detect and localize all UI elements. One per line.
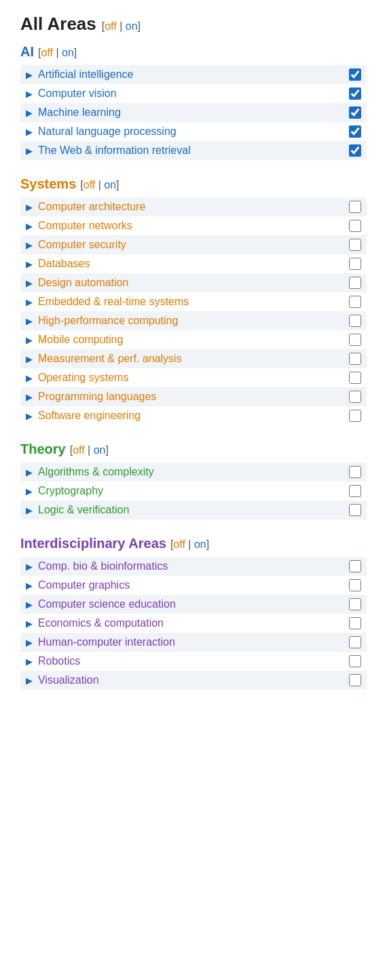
item-checkbox-theory-0[interactable]: [349, 466, 361, 478]
item-checkbox-interdisciplinary-4[interactable]: [349, 636, 361, 648]
item-checkbox-interdisciplinary-3[interactable]: [349, 617, 361, 629]
item-checkbox-ai-0[interactable]: [349, 68, 361, 81]
expand-arrow-icon[interactable]: ▶: [26, 335, 33, 345]
section-theory-off[interactable]: off: [73, 444, 85, 456]
section-interdisciplinary-on[interactable]: on: [194, 538, 206, 550]
item-label-interdisciplinary-3[interactable]: Economics & computation: [38, 617, 164, 629]
item-label-interdisciplinary-2[interactable]: Computer science education: [38, 598, 176, 610]
item-label-systems-3[interactable]: Databases: [38, 258, 90, 270]
item-label-interdisciplinary-4[interactable]: Human-computer interaction: [38, 636, 175, 648]
item-checkbox-interdisciplinary-6[interactable]: [349, 674, 361, 686]
list-item: ▶Visualization: [20, 671, 367, 690]
item-checkbox-ai-1[interactable]: [349, 87, 361, 100]
expand-arrow-icon[interactable]: ▶: [26, 202, 33, 212]
expand-arrow-icon[interactable]: ▶: [26, 278, 33, 288]
item-checkbox-theory-2[interactable]: [349, 504, 361, 516]
section-ai-on[interactable]: on: [62, 47, 74, 58]
item-checkbox-systems-3[interactable]: [349, 258, 361, 270]
item-list-interdisciplinary: ▶Comp. bio & bioinformatics▶Computer gra…: [20, 557, 367, 690]
section-interdisciplinary-sep: |: [185, 538, 194, 550]
section-systems-on[interactable]: on: [104, 179, 116, 191]
item-label-systems-1[interactable]: Computer networks: [38, 220, 132, 232]
item-left-systems-5: ▶Embedded & real-time systems: [26, 296, 189, 308]
item-checkbox-systems-6[interactable]: [349, 315, 361, 327]
item-checkbox-systems-5[interactable]: [349, 296, 361, 308]
item-label-systems-7[interactable]: Mobile computing: [38, 334, 123, 346]
all-areas-off[interactable]: off: [105, 20, 117, 32]
item-checkbox-systems-9[interactable]: [349, 372, 361, 384]
expand-arrow-icon[interactable]: ▶: [26, 259, 33, 269]
item-label-systems-0[interactable]: Computer architecture: [38, 201, 145, 213]
expand-arrow-icon[interactable]: ▶: [26, 600, 33, 610]
item-label-ai-4[interactable]: The Web & information retrieval: [38, 144, 191, 157]
expand-arrow-icon[interactable]: ▶: [26, 656, 33, 667]
item-label-theory-0[interactable]: Algorithms & complexity: [38, 466, 154, 478]
list-item: ▶Mobile computing: [20, 330, 367, 349]
expand-arrow-icon[interactable]: ▶: [26, 221, 33, 231]
item-label-systems-11[interactable]: Software engineering: [38, 410, 141, 422]
item-checkbox-systems-1[interactable]: [349, 220, 361, 232]
item-label-theory-2[interactable]: Logic & verification: [38, 504, 129, 516]
item-checkbox-systems-2[interactable]: [349, 239, 361, 251]
item-checkbox-ai-2[interactable]: [349, 106, 361, 119]
item-left-ai-4: ▶The Web & information retrieval: [26, 144, 191, 157]
item-checkbox-systems-11[interactable]: [349, 410, 361, 422]
expand-arrow-icon[interactable]: ▶: [26, 562, 33, 572]
expand-arrow-icon[interactable]: ▶: [26, 505, 33, 515]
expand-arrow-icon[interactable]: ▶: [26, 297, 33, 307]
item-checkbox-interdisciplinary-2[interactable]: [349, 598, 361, 610]
item-label-interdisciplinary-0[interactable]: Comp. bio & bioinformatics: [38, 560, 168, 572]
item-label-interdisciplinary-5[interactable]: Robotics: [38, 655, 80, 667]
item-checkbox-ai-4[interactable]: [349, 144, 361, 157]
section-systems-off[interactable]: off: [84, 179, 96, 191]
item-label-systems-6[interactable]: High-performance computing: [38, 315, 178, 327]
expand-arrow-icon[interactable]: ▶: [26, 619, 33, 629]
item-checkbox-interdisciplinary-0[interactable]: [349, 560, 361, 572]
item-label-theory-1[interactable]: Cryptography: [38, 485, 103, 497]
expand-arrow-icon[interactable]: ▶: [26, 467, 33, 477]
item-label-systems-5[interactable]: Embedded & real-time systems: [38, 296, 189, 308]
item-checkbox-interdisciplinary-1[interactable]: [349, 579, 361, 591]
list-item: ▶The Web & information retrieval: [20, 141, 367, 160]
all-areas-on[interactable]: on: [126, 20, 138, 32]
item-checkbox-systems-0[interactable]: [349, 201, 361, 213]
expand-arrow-icon[interactable]: ▶: [26, 675, 33, 686]
expand-arrow-icon[interactable]: ▶: [26, 89, 33, 99]
expand-arrow-icon[interactable]: ▶: [26, 373, 33, 383]
expand-arrow-icon[interactable]: ▶: [26, 146, 33, 156]
item-checkbox-ai-3[interactable]: [349, 125, 361, 138]
page-title-text: All Areas: [20, 14, 96, 35]
item-label-systems-2[interactable]: Computer security: [38, 239, 126, 251]
item-left-interdisciplinary-1: ▶Computer graphics: [26, 579, 130, 591]
item-checkbox-interdisciplinary-5[interactable]: [349, 655, 361, 667]
expand-arrow-icon[interactable]: ▶: [26, 127, 33, 137]
section-theory-on[interactable]: on: [94, 444, 106, 456]
item-label-ai-1[interactable]: Computer vision: [38, 87, 117, 100]
item-label-systems-4[interactable]: Design automation: [38, 277, 128, 289]
expand-arrow-icon[interactable]: ▶: [26, 411, 33, 421]
item-checkbox-systems-8[interactable]: [349, 353, 361, 365]
item-label-ai-0[interactable]: Artificial intelligence: [38, 68, 134, 81]
item-label-ai-3[interactable]: Natural language processing: [38, 125, 177, 138]
expand-arrow-icon[interactable]: ▶: [26, 392, 33, 402]
expand-arrow-icon[interactable]: ▶: [26, 240, 33, 250]
item-label-ai-2[interactable]: Machine learning: [38, 106, 121, 119]
expand-arrow-icon[interactable]: ▶: [26, 354, 33, 364]
expand-arrow-icon[interactable]: ▶: [26, 108, 33, 118]
item-label-interdisciplinary-1[interactable]: Computer graphics: [38, 579, 130, 591]
item-label-systems-10[interactable]: Programming languages: [38, 391, 156, 403]
section-ai-off[interactable]: off: [41, 47, 53, 58]
item-checkbox-systems-4[interactable]: [349, 277, 361, 289]
expand-arrow-icon[interactable]: ▶: [26, 638, 33, 648]
expand-arrow-icon[interactable]: ▶: [26, 486, 33, 496]
item-label-systems-8[interactable]: Measurement & perf. analysis: [38, 353, 182, 365]
item-checkbox-theory-1[interactable]: [349, 485, 361, 497]
expand-arrow-icon[interactable]: ▶: [26, 316, 33, 326]
section-interdisciplinary-off[interactable]: off: [173, 538, 185, 550]
item-checkbox-systems-7[interactable]: [349, 334, 361, 346]
item-label-interdisciplinary-6[interactable]: Visualization: [38, 674, 99, 686]
expand-arrow-icon[interactable]: ▶: [26, 581, 33, 591]
item-label-systems-9[interactable]: Operating systems: [38, 372, 128, 384]
expand-arrow-icon[interactable]: ▶: [26, 70, 33, 80]
item-checkbox-systems-10[interactable]: [349, 391, 361, 403]
